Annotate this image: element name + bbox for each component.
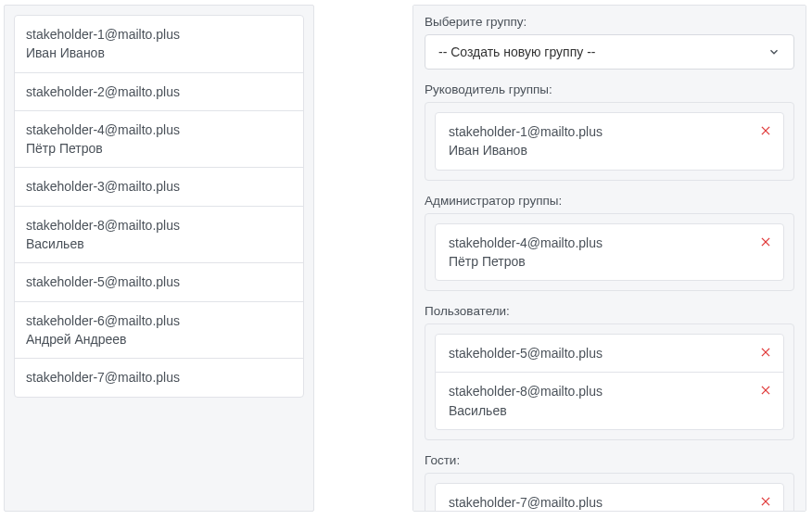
user-item: stakeholder-8@mailto.plusВасильев [435,372,784,430]
select-group-label: Выберите группу: [425,15,794,29]
user-email: stakeholder-8@mailto.plus [449,382,746,400]
source-user-item[interactable]: stakeholder-1@mailto.plusИван Иванов [15,16,303,72]
source-user-item[interactable]: stakeholder-7@mailto.plus [15,358,303,396]
remove-leader-button[interactable] [757,122,774,139]
user-email: stakeholder-2@mailto.plus [26,82,292,101]
user-email: stakeholder-8@mailto.plus [26,216,292,235]
source-user-item[interactable]: stakeholder-6@mailto.plusАндрей Андреев [15,301,303,359]
source-users-panel[interactable]: stakeholder-1@mailto.plusИван Ивановstak… [4,5,314,512]
leader-email: stakeholder-1@mailto.plus [449,122,746,141]
user-name: Пётр Петров [26,139,292,158]
users-slot[interactable]: stakeholder-5@mailto.plusstakeholder-8@m… [425,323,794,440]
user-email: stakeholder-3@mailto.plus [26,177,292,196]
user-name: Васильев [449,401,746,420]
source-user-item[interactable]: stakeholder-4@mailto.plusПётр Петров [15,110,303,168]
source-user-item[interactable]: stakeholder-2@mailto.plus [15,72,303,110]
admin-slot[interactable]: stakeholder-4@mailto.plus Пётр Петров [425,213,794,292]
source-user-item[interactable]: stakeholder-8@mailto.plusВасильев [15,206,303,263]
group-select[interactable]: -- Создать новую группу -- [425,34,794,70]
guests-slot[interactable]: stakeholder-7@mailto.plus [425,473,794,512]
source-user-item[interactable]: stakeholder-5@mailto.plus [15,262,303,300]
remove-user-button[interactable] [757,382,774,399]
source-user-item[interactable]: stakeholder-3@mailto.plus [15,167,303,205]
admin-item: stakeholder-4@mailto.plus Пётр Петров [435,223,784,282]
chevron-down-icon [768,45,780,58]
user-email: stakeholder-5@mailto.plus [26,273,292,291]
remove-guest-button[interactable] [757,493,774,510]
leader-name: Иван Иванов [449,141,746,159]
leader-label: Руководитель группы: [425,82,794,96]
user-email: stakeholder-6@mailto.plus [26,311,292,330]
user-email: stakeholder-1@mailto.plus [26,25,292,44]
user-name: Васильев [26,235,292,253]
guest-item: stakeholder-7@mailto.plus [435,483,784,512]
user-email: stakeholder-4@mailto.plus [26,120,292,139]
user-item: stakeholder-5@mailto.plus [435,334,784,373]
admin-label: Администратор группы: [425,194,794,208]
remove-admin-button[interactable] [757,234,774,250]
remove-user-button[interactable] [757,344,774,361]
admin-email: stakeholder-4@mailto.plus [449,234,746,252]
user-name: Иван Иванов [26,44,292,62]
user-name: Андрей Андреев [26,330,292,349]
source-user-list: stakeholder-1@mailto.plusИван Ивановstak… [14,15,304,398]
guest-email: stakeholder-7@mailto.plus [449,493,746,512]
group-select-value: -- Создать новую группу -- [438,44,595,59]
user-email: stakeholder-7@mailto.plus [26,368,292,387]
guests-label: Гости: [425,453,794,467]
leader-item: stakeholder-1@mailto.plus Иван Иванов [435,112,784,171]
leader-slot[interactable]: stakeholder-1@mailto.plus Иван Иванов [425,102,794,181]
user-email: stakeholder-5@mailto.plus [449,344,746,362]
admin-name: Пётр Петров [449,252,746,271]
group-config-panel[interactable]: Выберите группу: -- Создать новую группу… [412,5,806,512]
users-label: Пользователи: [425,304,794,318]
